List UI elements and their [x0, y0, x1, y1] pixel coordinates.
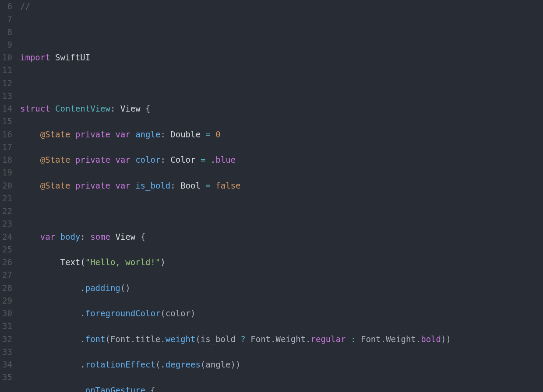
token-pln: . [20, 308, 85, 318]
token-pln: (. [155, 360, 166, 369]
token-pln: Font.Weight. [356, 334, 421, 344]
code-line[interactable]: @State private var is_bold: Bool = false [20, 179, 543, 192]
line-number: 20 [0, 179, 12, 192]
code-area[interactable]: // import SwiftUI struct ContentView: Vi… [16, 0, 543, 392]
token-kw: var [115, 130, 130, 139]
token-pln: Font.Weight. [246, 334, 311, 344]
line-number: 26 [0, 256, 12, 269]
token-pln: . [20, 283, 85, 293]
token-pln: () [120, 283, 130, 293]
token-pln2: Double [170, 130, 201, 139]
token-enum: regular [311, 334, 346, 344]
token-var: color [135, 155, 160, 164]
token-pln: : [110, 104, 120, 113]
token-pln [20, 232, 40, 242]
code-line[interactable]: var body: some View { [20, 231, 543, 243]
token-pln [201, 130, 205, 139]
line-number: 22 [0, 205, 12, 217]
line-number: 10 [0, 51, 12, 64]
token-pln: . [20, 334, 85, 344]
token-pln [70, 130, 75, 139]
token-cmt: // [20, 1, 30, 11]
token-pln: (is_bold [195, 334, 240, 344]
line-number: 7 [0, 13, 12, 25]
token-pln [20, 181, 40, 190]
token-op: = [201, 155, 205, 164]
token-pln: (color) [160, 308, 195, 318]
token-pln [50, 52, 55, 62]
code-line[interactable]: import SwiftUI [20, 51, 543, 64]
line-number: 9 [0, 38, 12, 51]
token-pln: (Font.title. [105, 334, 165, 344]
token-op: = [205, 181, 210, 190]
token-pln: : [160, 130, 170, 139]
token-pln [130, 181, 135, 190]
token-pln [201, 181, 205, 190]
token-pln2: Color [170, 155, 195, 164]
token-kw: private [75, 130, 110, 139]
token-pln [346, 334, 351, 344]
line-number: 13 [0, 90, 12, 102]
token-fn: foregroundColor [85, 308, 161, 318]
token-pln [70, 155, 75, 164]
code-line[interactable]: .foregroundColor(color) [20, 307, 543, 320]
code-line[interactable] [20, 205, 543, 217]
token-pln [195, 155, 200, 164]
token-typ: ContentView [55, 104, 110, 113]
code-line[interactable]: Text("Hello, world!") [20, 256, 543, 269]
token-enum: bold [421, 334, 441, 344]
token-attr: @State [40, 155, 71, 164]
code-line[interactable]: .font(Font.title.weight(is_bold ? Font.W… [20, 333, 543, 346]
token-pln: { [145, 385, 155, 392]
code-line[interactable]: .rotationEffect(.degrees(angle)) [20, 358, 543, 371]
token-enum: blue [215, 155, 236, 164]
token-str: "Hello, world!" [85, 257, 161, 267]
token-fn: font [85, 334, 106, 344]
line-number: 32 [0, 333, 12, 346]
token-pln [20, 155, 40, 164]
line-number-gutter: 6789101112131415161718192021222324252627… [0, 0, 16, 392]
code-line[interactable]: .padding() [20, 282, 543, 294]
code-line[interactable]: @State private var angle: Double = 0 [20, 128, 543, 141]
token-pln [50, 104, 55, 113]
token-pln [110, 130, 115, 139]
token-pln2: View [120, 104, 141, 113]
token-attr: @State [40, 181, 71, 190]
code-line[interactable] [20, 26, 543, 38]
line-number: 19 [0, 166, 12, 179]
line-number: 8 [0, 26, 12, 38]
code-line[interactable]: .onTapGesture { [20, 384, 543, 392]
token-kw: var [115, 181, 130, 190]
line-number: 25 [0, 243, 12, 256]
line-number: 12 [0, 77, 12, 90]
token-pln [110, 232, 115, 242]
line-number: 16 [0, 128, 12, 141]
code-line[interactable]: // [20, 0, 543, 13]
token-pln: : [160, 155, 170, 164]
token-kw: private [75, 181, 110, 190]
code-line[interactable]: @State private var color: Color = .blue [20, 154, 543, 166]
line-number: 23 [0, 217, 12, 230]
token-pln: (angle)) [201, 360, 241, 369]
line-number: 35 [0, 371, 12, 384]
token-attr: @State [40, 130, 71, 139]
token-pln [130, 130, 135, 139]
line-number: 34 [0, 358, 12, 371]
token-kw: private [75, 155, 110, 164]
token-pln: . [20, 360, 85, 369]
line-number: 24 [0, 231, 12, 243]
token-pln [110, 155, 115, 164]
token-pln [211, 181, 215, 190]
code-line[interactable]: struct ContentView: View { [20, 102, 543, 115]
token-pln: { [135, 232, 145, 242]
token-pln [110, 181, 115, 190]
line-number: 33 [0, 346, 12, 358]
token-var: angle [135, 130, 160, 139]
token-fn: onTapGesture [85, 385, 145, 392]
code-editor[interactable]: 6789101112131415161718192021222324252627… [0, 0, 543, 392]
code-line[interactable] [20, 77, 543, 90]
token-fn: degrees [166, 360, 201, 369]
token-kw: struct [20, 104, 50, 113]
token-pln [55, 232, 60, 242]
token-kw: var [40, 232, 55, 242]
